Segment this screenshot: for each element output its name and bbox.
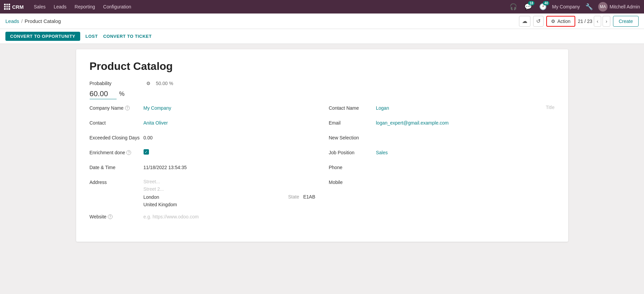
- breadcrumb: Leads / Product Catalog: [5, 18, 61, 24]
- enrichment-help-icon[interactable]: ?: [126, 150, 131, 155]
- contact-label: Contact: [90, 119, 144, 126]
- probability-auto-value: 50.00 %: [156, 81, 173, 86]
- datetime-label: Date & Time: [90, 164, 144, 170]
- top-navigation: CRM Sales Leads Reporting Configuration …: [0, 0, 644, 14]
- form-card: Product Catalog Probability ⚙ 50.00 % % …: [76, 49, 568, 242]
- probability-pct-sign: %: [119, 90, 125, 98]
- exceeded-label: Exceeded Closing Days: [90, 134, 144, 140]
- probability-input-row: %: [90, 89, 555, 99]
- enrichment-row: Enrichment done ? ✓: [90, 149, 315, 159]
- fields-left: Company Name ? My Company Contact Anita …: [90, 105, 315, 228]
- exceeded-row: Exceeded Closing Days 0.00: [90, 134, 315, 144]
- upload-button[interactable]: ☁: [519, 16, 530, 27]
- convert-ticket-button[interactable]: CONVERT TO TICKET: [103, 34, 152, 39]
- support-icon-btn[interactable]: 🎧: [508, 2, 519, 11]
- street-placeholder[interactable]: Street...: [144, 178, 160, 184]
- street2-placeholder[interactable]: Street 2...: [144, 186, 164, 192]
- create-button[interactable]: Create: [613, 16, 639, 27]
- wrench-icon: 🔧: [585, 3, 593, 10]
- gear-icon: ⚙: [551, 19, 555, 24]
- country-value[interactable]: United Kingdom: [144, 201, 177, 207]
- fields-section: Company Name ? My Company Contact Anita …: [90, 105, 555, 228]
- phone-label: Phone: [329, 164, 376, 170]
- address-row: Address Street... Street 2... London Sta…: [90, 179, 315, 209]
- website-help-icon[interactable]: ?: [108, 214, 113, 219]
- brand-logo[interactable]: CRM: [4, 4, 29, 10]
- new-selection-row: New Selection: [329, 134, 555, 144]
- action-label: Action: [557, 19, 571, 24]
- address-fields: Street... Street 2... London State E1AB …: [144, 179, 315, 209]
- phone-value[interactable]: [376, 164, 555, 165]
- email-value[interactable]: logan_expert@gmail.example.com: [376, 119, 555, 126]
- website-placeholder[interactable]: e.g. https://www.odoo.com: [144, 213, 315, 219]
- mobile-row: Mobile: [329, 179, 555, 188]
- action-bar: CONVERT TO OPPORTUNITY LOST CONVERT TO T…: [0, 29, 644, 44]
- probability-row: Probability ⚙ 50.00 %: [90, 81, 555, 86]
- breadcrumb-bar: Leads / Product Catalog ☁ ↺ ⚙ Action 21 …: [0, 14, 644, 29]
- city-row: London State E1AB: [144, 194, 315, 200]
- main-content: Product Catalog Probability ⚙ 50.00 % % …: [0, 44, 644, 294]
- app-grid-icon[interactable]: [4, 4, 10, 10]
- settings-btn[interactable]: 🔧: [583, 2, 595, 11]
- probability-input[interactable]: [90, 89, 117, 99]
- mobile-label: Mobile: [329, 179, 376, 185]
- company-name-row: Company Name ? My Company: [90, 105, 315, 114]
- contact-name-row: Contact Name Logan Title: [329, 105, 555, 114]
- company-name-value[interactable]: My Company: [144, 105, 315, 111]
- record-title: Product Catalog: [90, 60, 555, 73]
- contact-name-label: Contact Name: [329, 105, 376, 111]
- website-label: Website ?: [90, 213, 144, 219]
- mobile-value[interactable]: [376, 179, 555, 180]
- breadcrumb-actions: ☁ ↺ ⚙ Action 21 / 23 ‹ › Create: [519, 16, 639, 27]
- email-row: Email logan_expert@gmail.example.com: [329, 119, 555, 129]
- enrichment-label: Enrichment done ?: [90, 149, 144, 155]
- title-placeholder[interactable]: Title: [546, 105, 555, 110]
- exceeded-value[interactable]: 0.00: [144, 134, 315, 140]
- datetime-value[interactable]: 11/18/2022 13:54:35: [144, 164, 315, 170]
- breadcrumb-leads-link[interactable]: Leads: [5, 18, 19, 24]
- state-label: State: [288, 194, 299, 199]
- job-position-row: Job Position Sales: [329, 149, 555, 159]
- support-icon: 🎧: [510, 3, 517, 10]
- next-button[interactable]: ›: [603, 16, 610, 27]
- breadcrumb-current: Product Catalog: [25, 18, 61, 24]
- address-label: Address: [90, 179, 144, 185]
- zip-value[interactable]: E1AB: [303, 194, 315, 199]
- pagination-text: 21 / 23: [578, 19, 592, 24]
- nav-reporting[interactable]: Reporting: [71, 3, 98, 11]
- country-line: United Kingdom: [144, 202, 315, 207]
- avatar: MA: [598, 2, 608, 11]
- website-row: Website ? e.g. https://www.odoo.com: [90, 213, 315, 223]
- action-button[interactable]: ⚙ Action: [546, 16, 575, 27]
- street-line: Street...: [144, 179, 315, 184]
- nav-leads[interactable]: Leads: [50, 3, 70, 11]
- job-position-value[interactable]: Sales: [376, 149, 555, 155]
- pagination: 21 / 23 ‹ ›: [578, 16, 610, 27]
- refresh-button[interactable]: ↺: [533, 16, 544, 27]
- company-name: My Company: [552, 4, 580, 9]
- city-value[interactable]: London: [144, 194, 284, 200]
- activities-badge: 40: [543, 1, 549, 5]
- nav-sales[interactable]: Sales: [30, 3, 49, 11]
- activities-btn[interactable]: 🕐 40: [537, 2, 549, 11]
- contact-value[interactable]: Anita Oliver: [144, 119, 315, 126]
- user-menu[interactable]: MA Mitchell Admin: [598, 2, 640, 11]
- fields-right: Contact Name Logan Title Email logan_exp…: [329, 105, 555, 228]
- convert-opportunity-button[interactable]: CONVERT TO OPPORTUNITY: [5, 32, 80, 41]
- topnav-right-section: 🎧 💬 18 🕐 40 My Company 🔧 MA Mitchell Adm…: [508, 2, 640, 11]
- datetime-row: Date & Time 11/18/2022 13:54:35: [90, 164, 315, 173]
- contact-row: Contact Anita Oliver: [90, 119, 315, 129]
- phone-row: Phone: [329, 164, 555, 173]
- street2-line: Street 2...: [144, 186, 315, 192]
- job-position-label: Job Position: [329, 149, 376, 155]
- probability-gear-icon[interactable]: ⚙: [146, 81, 151, 86]
- enrichment-checkbox[interactable]: ✓: [144, 149, 149, 155]
- prev-button[interactable]: ‹: [594, 16, 602, 27]
- messages-btn[interactable]: 💬 18: [522, 2, 534, 11]
- nav-configuration[interactable]: Configuration: [100, 3, 134, 11]
- company-name-help-icon[interactable]: ?: [125, 106, 130, 110]
- contact-name-value[interactable]: Logan: [376, 105, 539, 111]
- breadcrumb-separator: /: [21, 18, 23, 24]
- new-selection-label: New Selection: [329, 134, 376, 140]
- lost-button[interactable]: LOST: [86, 34, 98, 39]
